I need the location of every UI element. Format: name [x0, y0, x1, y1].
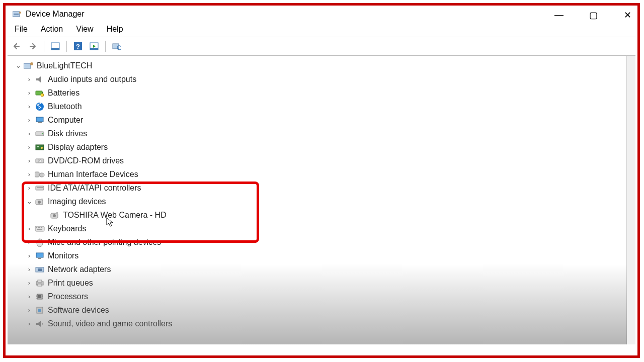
scan-hardware-button[interactable]: [111, 40, 123, 52]
chevron-right-icon: ›: [26, 89, 33, 97]
maximize-button[interactable]: ▢: [587, 10, 599, 21]
chevron-right-icon: ›: [26, 143, 33, 151]
tree-item-cam[interactable]: TOSHIRA Web Camera - HD: [15, 208, 635, 222]
chevron-right-icon: ›: [26, 252, 33, 259]
tree-item-net[interactable]: ›Network adapters: [15, 262, 635, 276]
tree-item-label: DVD/CD-ROM drives: [48, 156, 124, 165]
tree-item-label: Disk drives: [48, 129, 87, 138]
menu-help[interactable]: Help: [107, 25, 123, 34]
back-button[interactable]: [11, 40, 23, 52]
tree-item-kbd[interactable]: ›Keyboards: [15, 222, 635, 235]
tree-item-label: Audio inputs and outputs: [48, 75, 136, 84]
svg-rect-21: [36, 117, 43, 122]
tree-item-label: Processors: [48, 292, 88, 301]
chevron-right-icon: ›: [26, 75, 33, 83]
arrow-right-icon: [28, 42, 37, 50]
svg-rect-22: [38, 122, 42, 123]
svg-line-14: [121, 49, 121, 50]
help-icon: ?: [73, 42, 83, 51]
tree-item-label: Human Interface Devices: [48, 170, 138, 179]
window-controls: — ▢ ✕: [553, 10, 633, 21]
tree-item-audio[interactable]: ›Audio inputs and outputs: [15, 72, 635, 86]
tree-item-label: Mice and other pointing devices: [48, 238, 161, 247]
svg-rect-44: [39, 227, 40, 228]
svg-rect-52: [38, 268, 42, 271]
tree-item-label: Bluetooth: [48, 102, 82, 111]
tree-item-disk[interactable]: ›Disk drives: [15, 127, 635, 140]
tree-item-label: Software devices: [48, 306, 109, 315]
tree-item-mon[interactable]: ›Monitors: [15, 249, 635, 262]
menu-action[interactable]: Action: [41, 25, 63, 34]
menu-view[interactable]: View: [76, 25, 93, 34]
spacer: [41, 211, 48, 219]
close-button[interactable]: ✕: [621, 10, 633, 21]
tree-item-label: TOSHIRA Web Camera - HD: [63, 211, 167, 220]
tree-item-label: IDE ATA/ATAPI controllers: [48, 184, 141, 193]
net-icon: [35, 265, 45, 274]
tree-categories: ›Audio inputs and outputs›Batteries›Blue…: [15, 72, 635, 330]
img-icon: [35, 197, 45, 206]
chevron-down-icon: ⌄: [26, 198, 33, 205]
chevron-down-icon: ⌄: [15, 62, 22, 69]
tree-item-soft[interactable]: ›Software devices: [15, 303, 635, 317]
tree-item-print[interactable]: ›Print queues: [15, 276, 635, 290]
minimize-button[interactable]: —: [553, 10, 565, 21]
svg-point-30: [39, 160, 40, 161]
print-icon: [35, 279, 45, 288]
soft-icon: [35, 306, 45, 315]
svg-rect-1: [14, 14, 19, 15]
tree-item-label: Batteries: [48, 88, 79, 98]
vertical-scrollbar[interactable]: [626, 56, 635, 344]
tree-item-cpu[interactable]: ›Processors: [15, 290, 635, 303]
svg-point-24: [42, 133, 43, 134]
menu-file[interactable]: File: [15, 25, 28, 34]
tree-item-hid[interactable]: ›Human Interface Devices: [15, 167, 635, 181]
tree-item-mouse[interactable]: ›Mice and other pointing devices: [15, 235, 635, 249]
svg-rect-15: [24, 63, 31, 68]
svg-rect-5: [52, 49, 53, 49]
toolbar-separator: [66, 41, 67, 52]
svg-rect-43: [38, 227, 39, 228]
bt-icon: [35, 102, 45, 111]
tree-root[interactable]: ⌄ BlueLightTECH: [15, 59, 635, 72]
tree-item-label: Sound, video and game controllers: [48, 319, 172, 328]
tree-item-dvd[interactable]: ›DVD/CD-ROM drives: [15, 154, 635, 167]
refresh-icon: [90, 42, 99, 50]
tree-item-disp[interactable]: ›Display adapters: [15, 140, 635, 154]
tree-item-img[interactable]: ⌄Imaging devices: [15, 195, 635, 208]
chevron-right-icon: ›: [26, 130, 33, 137]
tree-item-ide[interactable]: ›IDE ATA/ATAPI controllers: [15, 181, 635, 195]
scan-icon: [112, 42, 121, 50]
disk-icon: [35, 129, 45, 138]
tree-item-sound[interactable]: ›Sound, video and game controllers: [15, 317, 635, 330]
audio-icon: [35, 75, 45, 84]
svg-rect-49: [36, 253, 43, 257]
camera-icon: [50, 211, 60, 220]
window-title: Device Manager: [26, 10, 85, 19]
svg-rect-55: [38, 284, 42, 286]
tree-item-comp[interactable]: ›Computer: [15, 113, 635, 127]
svg-rect-31: [35, 172, 39, 177]
refresh-button[interactable]: [88, 40, 100, 52]
chevron-right-icon: ›: [26, 238, 33, 246]
hid-icon: [35, 170, 45, 179]
svg-rect-34: [37, 187, 43, 188]
tree-item-label: Computer: [48, 116, 83, 125]
svg-point-39: [53, 214, 56, 217]
svg-point-36: [38, 201, 41, 204]
device-tree: ⌄ BlueLightTECH ›Audio inputs and output…: [8, 59, 635, 330]
tree-item-bt[interactable]: ›Bluetooth: [15, 100, 635, 113]
ide-icon: [35, 184, 45, 193]
svg-point-32: [39, 173, 44, 177]
kbd-icon: [35, 224, 45, 233]
help-button[interactable]: ?: [72, 40, 84, 52]
chevron-right-icon: ›: [26, 279, 33, 287]
show-hidden-button[interactable]: [49, 40, 61, 52]
tree-item-batt[interactable]: ›Batteries: [15, 86, 635, 100]
svg-rect-10: [90, 48, 98, 50]
cpu-icon: [35, 292, 45, 301]
forward-button[interactable]: [27, 40, 39, 52]
chevron-right-icon: ›: [26, 184, 33, 192]
chevron-right-icon: ›: [26, 103, 33, 110]
batt-icon: [35, 88, 45, 98]
